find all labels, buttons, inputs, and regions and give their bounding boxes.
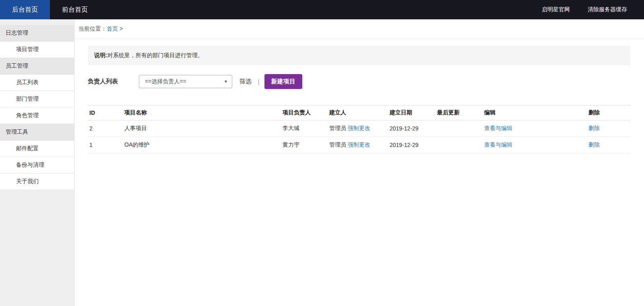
owner-select[interactable]: ==选择负责人== ▼	[139, 75, 232, 88]
cell-last-update	[436, 120, 483, 137]
cell-creator: 管理员 强制更改	[328, 137, 388, 153]
delete-link[interactable]: 删除	[588, 125, 600, 131]
sidebar: 日志管理 项目管理 员工管理 员工列表 部门管理 角色管理 管理工具 邮件配置 …	[0, 19, 74, 306]
projects-table-wrap: ID 项目名称 项目负责人 建立人 建立日期 最后更新 编辑 删除 2 人事项目…	[88, 105, 630, 153]
note-label: 说明:	[94, 52, 107, 58]
col-header-delete: 删除	[587, 105, 630, 120]
sidebar-item-about-us[interactable]: 关于我们	[0, 174, 74, 190]
layout: 日志管理 项目管理 员工管理 员工列表 部门管理 角色管理 管理工具 邮件配置 …	[0, 19, 644, 306]
cell-edit: 查看与编辑	[483, 120, 587, 137]
topbar-links: 启明星官网 清除服务器缓存	[542, 0, 644, 19]
owner-select-value: ==选择负责人==	[145, 78, 186, 85]
chevron-down-icon: ▼	[224, 79, 228, 84]
delete-link[interactable]: 删除	[588, 141, 600, 148]
cell-edit: 查看与编辑	[483, 137, 587, 153]
filter-button[interactable]: 筛选	[239, 78, 252, 85]
cell-delete: 删除	[587, 120, 630, 137]
force-change-link[interactable]: 强制更改	[348, 125, 370, 131]
table-body: 2 人事项目 李大城 管理员 强制更改 2019-12-29 查看与编辑 删除 …	[88, 120, 630, 153]
content: 说明:对系统里，所有的部门项目进行管理。 负责人列表 ==选择负责人== ▼ 筛…	[74, 46, 644, 153]
topbar: 后台首页 前台首页 启明星官网 清除服务器缓存	[0, 0, 644, 19]
col-header-owner: 项目负责人	[281, 105, 328, 120]
cell-project-name: OA的维护	[123, 137, 281, 153]
col-header-edit: 编辑	[483, 105, 587, 120]
sidebar-item-backup-cleanup[interactable]: 备份与清理	[0, 157, 74, 174]
sidebar-group-admin-tools: 管理工具	[0, 124, 74, 141]
cell-creator: 管理员 强制更改	[328, 120, 388, 137]
sidebar-item-department-management[interactable]: 部门管理	[0, 91, 74, 108]
col-header-id: ID	[88, 105, 123, 120]
cell-project-name: 人事项目	[123, 120, 281, 137]
col-header-last-update: 最后更新	[436, 105, 483, 120]
clear-cache-link[interactable]: 清除服务器缓存	[588, 6, 627, 13]
description-note: 说明:对系统里，所有的部门项目进行管理。	[88, 46, 630, 65]
tab-frontend-home[interactable]: 前台首页	[50, 0, 100, 19]
sidebar-group-log-management: 日志管理	[0, 25, 74, 41]
note-text: 对系统里，所有的部门项目进行管理。	[107, 52, 203, 58]
cell-id: 1	[88, 137, 123, 153]
cell-last-update	[436, 137, 483, 153]
divider: |	[258, 79, 260, 85]
filter-row: 负责人列表 ==选择负责人== ▼ 筛选 | 新建项目	[88, 74, 630, 89]
sidebar-item-mail-config[interactable]: 邮件配置	[0, 141, 74, 157]
breadcrumb: 当前位置：首页 >	[74, 19, 644, 39]
cell-owner: 李大城	[281, 120, 328, 137]
sidebar-item-staff-list[interactable]: 员工列表	[0, 74, 74, 91]
breadcrumb-arrow: >	[120, 25, 123, 32]
force-change-link[interactable]: 强制更改	[348, 141, 370, 148]
main-content: 当前位置：首页 > 说明:对系统里，所有的部门项目进行管理。 负责人列表 ==选…	[74, 19, 644, 306]
sidebar-item-project-management[interactable]: 项目管理	[0, 41, 74, 58]
view-edit-link[interactable]: 查看与编辑	[484, 141, 512, 148]
creator-text: 管理员	[329, 125, 346, 131]
official-site-link[interactable]: 启明星官网	[542, 6, 570, 13]
sidebar-group-staff-management: 员工管理	[0, 58, 74, 74]
table-header-row: ID 项目名称 项目负责人 建立人 建立日期 最后更新 编辑 删除	[88, 105, 630, 120]
cell-owner: 黄力宇	[281, 137, 328, 153]
cell-created-date: 2019-12-29	[388, 137, 436, 153]
view-edit-link[interactable]: 查看与编辑	[484, 125, 512, 131]
table-row: 2 人事项目 李大城 管理员 强制更改 2019-12-29 查看与编辑 删除	[88, 120, 630, 137]
projects-table: ID 项目名称 项目负责人 建立人 建立日期 最后更新 编辑 删除 2 人事项目…	[88, 105, 630, 153]
breadcrumb-home-link[interactable]: 首页	[107, 25, 118, 32]
new-project-button[interactable]: 新建项目	[264, 74, 302, 89]
cell-id: 2	[88, 120, 123, 137]
breadcrumb-prefix: 当前位置：	[78, 25, 107, 32]
tab-backend-home[interactable]: 后台首页	[0, 0, 50, 19]
col-header-creator: 建立人	[328, 105, 388, 120]
cell-created-date: 2019-12-29	[388, 120, 436, 137]
col-header-project-name: 项目名称	[123, 105, 281, 120]
cell-delete: 删除	[587, 137, 630, 153]
creator-text: 管理员	[329, 141, 346, 148]
owner-list-label: 负责人列表	[88, 78, 118, 85]
table-row: 1 OA的维护 黄力宇 管理员 强制更改 2019-12-29 查看与编辑 删除	[88, 137, 630, 153]
sidebar-item-role-management[interactable]: 角色管理	[0, 108, 74, 124]
col-header-created-date: 建立日期	[388, 105, 436, 120]
